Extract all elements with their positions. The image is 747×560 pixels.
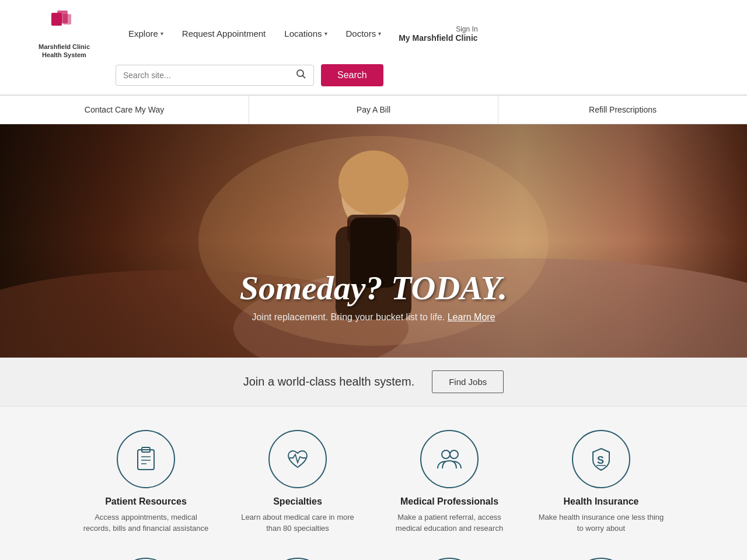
find-jobs-button[interactable]: Find Jobs <box>432 370 504 393</box>
main-nav: Explore ▾ Request Appointment Locations … <box>128 29 381 38</box>
shine365-icon-circle: Shine 365 <box>268 558 327 560</box>
research-icon-circle <box>117 558 175 560</box>
hiring-bar: Join a world-class health system. Find J… <box>0 358 747 406</box>
card-medical-professionals[interactable]: Medical Professionals Make a patient ref… <box>385 430 514 534</box>
svg-line-4 <box>303 75 306 78</box>
svg-point-18 <box>442 450 450 459</box>
hero-section: Someday? TODAY. Joint replacement. Bring… <box>0 124 747 358</box>
locations-chevron-icon: ▾ <box>324 30 327 37</box>
cards-section: Patient Resources Access appointments, m… <box>0 406 747 560</box>
header-row2: Search <box>0 60 747 94</box>
health-insurance-title: Health Insurance <box>564 496 639 507</box>
patient-resources-desc: Access appointments, medical records, bi… <box>82 512 210 534</box>
search-input-wrap <box>116 65 314 86</box>
explore-chevron-icon: ▾ <box>160 30 163 37</box>
hero-overlay: Someday? TODAY. Joint replacement. Bring… <box>0 268 747 323</box>
logo-icon <box>48 8 81 40</box>
card-research[interactable] <box>82 558 210 560</box>
hero-headline: Someday? TODAY. <box>0 268 747 307</box>
search-button[interactable]: Search <box>321 64 383 86</box>
card-specialties[interactable]: Specialties Learn about medical care in … <box>233 430 362 534</box>
patient-resources-title: Patient Resources <box>105 496 187 507</box>
svg-rect-2 <box>63 14 71 24</box>
sign-in-area[interactable]: Sign In My Marshfield Clinic <box>399 25 477 43</box>
header: Marshfield Clinic Health System Explore … <box>0 0 747 95</box>
nav-request-appointment[interactable]: Request Appointment <box>182 29 266 38</box>
cards-row-1: Patient Resources Access appointments, m… <box>18 430 729 534</box>
search-input[interactable] <box>123 71 296 80</box>
medical-professionals-desc: Make a patient referral, access medical … <box>385 512 514 534</box>
specialties-desc: Learn about medical care in more than 80… <box>233 512 362 534</box>
patient-resources-icon-circle <box>117 430 175 488</box>
nav-explore[interactable]: Explore ▾ <box>128 29 163 38</box>
medical-professionals-icon-circle <box>420 430 479 488</box>
card-health-insurance[interactable]: S Health Insurance Make health insurance… <box>537 430 665 534</box>
utility-pay-bill[interactable]: Pay A Bill <box>249 96 498 124</box>
header-row1: Marshfield Clinic Health System Explore … <box>0 0 747 60</box>
doctors-chevron-icon: ▾ <box>378 30 381 37</box>
shield-s-icon: S <box>587 445 615 473</box>
giving-icon-circle <box>572 558 630 560</box>
clipboard-icon <box>132 445 160 473</box>
people-icon <box>435 445 463 473</box>
heart-pulse-icon <box>284 445 312 473</box>
svg-point-19 <box>450 450 458 459</box>
svg-rect-13 <box>138 450 154 470</box>
hero-learn-more-link[interactable]: Learn More <box>448 312 495 322</box>
svg-text:S: S <box>597 454 604 466</box>
utility-bar: Contact Care My Way Pay A Bill Refill Pr… <box>0 95 747 124</box>
medical-professionals-title: Medical Professionals <box>400 496 498 507</box>
nav-doctors[interactable]: Doctors ▾ <box>346 29 382 38</box>
news-icon-circle: NEWS <box>420 558 479 560</box>
utility-refill-prescriptions[interactable]: Refill Prescriptions <box>498 96 747 124</box>
hero-background <box>0 124 747 358</box>
card-patient-resources[interactable]: Patient Resources Access appointments, m… <box>82 430 210 534</box>
logo[interactable]: Marshfield Clinic Health System <box>18 8 111 60</box>
specialties-icon-circle <box>268 430 327 488</box>
nav-locations[interactable]: Locations ▾ <box>284 29 327 38</box>
svg-point-3 <box>297 70 303 76</box>
hiring-text: Join a world-class health system. <box>243 375 414 388</box>
card-news[interactable]: NEWS <box>385 558 514 560</box>
hero-subtext: Joint replacement. Bring your bucket lis… <box>0 312 747 323</box>
logo-text: Marshfield Clinic Health System <box>39 43 90 60</box>
search-icon[interactable] <box>296 69 306 82</box>
my-clinic-label: My Marshfield Clinic <box>399 33 477 43</box>
utility-contact-care[interactable]: Contact Care My Way <box>0 96 249 124</box>
health-insurance-desc: Make health insurance one less thing to … <box>537 512 665 534</box>
sign-in-label: Sign In <box>456 25 477 33</box>
health-insurance-icon-circle: S <box>572 430 630 488</box>
card-giving[interactable] <box>537 558 665 560</box>
specialties-title: Specialties <box>273 496 322 507</box>
card-shine365[interactable]: Shine 365 <box>233 558 362 560</box>
cards-row-2: Shine 365 NEWS <box>18 558 729 560</box>
